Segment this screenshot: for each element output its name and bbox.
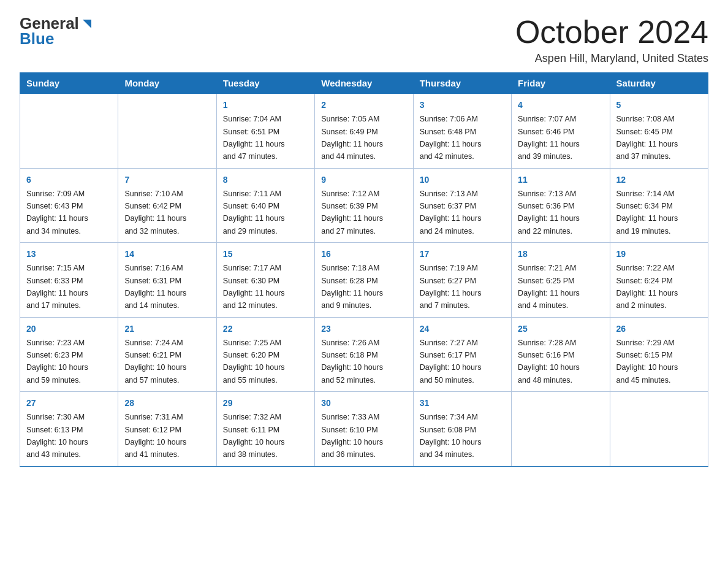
day-number: 28 bbox=[124, 397, 210, 410]
day-info: Sunrise: 7:32 AM Sunset: 6:11 PM Dayligh… bbox=[223, 413, 285, 459]
day-number: 23 bbox=[321, 323, 406, 335]
day-number: 3 bbox=[420, 99, 505, 112]
calendar-header-sunday: Sunday bbox=[20, 73, 118, 94]
calendar-cell: 12Sunrise: 7:14 AM Sunset: 6:34 PM Dayli… bbox=[610, 168, 708, 243]
day-info: Sunrise: 7:07 AM Sunset: 6:46 PM Dayligh… bbox=[518, 115, 580, 161]
day-info: Sunrise: 7:13 AM Sunset: 6:36 PM Dayligh… bbox=[518, 190, 580, 236]
calendar-cell bbox=[20, 94, 118, 169]
day-number: 12 bbox=[616, 174, 702, 186]
day-number: 4 bbox=[518, 99, 603, 112]
day-number: 10 bbox=[420, 174, 505, 186]
calendar-cell: 24Sunrise: 7:27 AM Sunset: 6:17 PM Dayli… bbox=[413, 317, 511, 392]
day-number: 11 bbox=[518, 174, 603, 186]
day-number: 2 bbox=[321, 99, 406, 112]
calendar-week-row: 6Sunrise: 7:09 AM Sunset: 6:43 PM Daylig… bbox=[20, 168, 708, 243]
calendar-cell: 20Sunrise: 7:23 AM Sunset: 6:23 PM Dayli… bbox=[20, 317, 118, 392]
calendar-cell bbox=[512, 392, 610, 467]
day-info: Sunrise: 7:16 AM Sunset: 6:31 PM Dayligh… bbox=[124, 264, 186, 310]
calendar-cell: 28Sunrise: 7:31 AM Sunset: 6:12 PM Dayli… bbox=[118, 392, 216, 467]
calendar-cell: 29Sunrise: 7:32 AM Sunset: 6:11 PM Dayli… bbox=[216, 392, 314, 467]
calendar-cell: 31Sunrise: 7:34 AM Sunset: 6:08 PM Dayli… bbox=[413, 392, 511, 467]
calendar-cell: 11Sunrise: 7:13 AM Sunset: 6:36 PM Dayli… bbox=[512, 168, 610, 243]
day-info: Sunrise: 7:05 AM Sunset: 6:49 PM Dayligh… bbox=[321, 115, 383, 161]
calendar-header-saturday: Saturday bbox=[610, 73, 708, 94]
calendar-week-row: 1Sunrise: 7:04 AM Sunset: 6:51 PM Daylig… bbox=[20, 94, 708, 169]
calendar-cell: 10Sunrise: 7:13 AM Sunset: 6:37 PM Dayli… bbox=[413, 168, 511, 243]
day-number: 26 bbox=[616, 323, 702, 335]
day-info: Sunrise: 7:22 AM Sunset: 6:24 PM Dayligh… bbox=[616, 264, 678, 310]
day-number: 30 bbox=[321, 397, 406, 410]
calendar-cell: 2Sunrise: 7:05 AM Sunset: 6:49 PM Daylig… bbox=[315, 94, 413, 169]
calendar-cell: 19Sunrise: 7:22 AM Sunset: 6:24 PM Dayli… bbox=[610, 243, 708, 318]
day-info: Sunrise: 7:30 AM Sunset: 6:13 PM Dayligh… bbox=[26, 413, 88, 459]
calendar-cell: 1Sunrise: 7:04 AM Sunset: 6:51 PM Daylig… bbox=[216, 94, 314, 169]
day-number: 29 bbox=[223, 397, 308, 410]
calendar-cell: 18Sunrise: 7:21 AM Sunset: 6:25 PM Dayli… bbox=[512, 243, 610, 318]
calendar-cell: 17Sunrise: 7:19 AM Sunset: 6:27 PM Dayli… bbox=[413, 243, 511, 318]
day-info: Sunrise: 7:21 AM Sunset: 6:25 PM Dayligh… bbox=[518, 264, 580, 310]
day-info: Sunrise: 7:27 AM Sunset: 6:17 PM Dayligh… bbox=[420, 339, 482, 385]
logo: General Blue bbox=[20, 15, 94, 47]
calendar-cell: 23Sunrise: 7:26 AM Sunset: 6:18 PM Dayli… bbox=[315, 317, 413, 392]
day-number: 14 bbox=[124, 248, 210, 261]
calendar-header-friday: Friday bbox=[512, 73, 610, 94]
day-info: Sunrise: 7:23 AM Sunset: 6:23 PM Dayligh… bbox=[26, 339, 88, 385]
day-info: Sunrise: 7:14 AM Sunset: 6:34 PM Dayligh… bbox=[616, 190, 678, 236]
calendar-cell bbox=[118, 94, 216, 169]
calendar-cell: 27Sunrise: 7:30 AM Sunset: 6:13 PM Dayli… bbox=[20, 392, 118, 467]
calendar-cell: 26Sunrise: 7:29 AM Sunset: 6:15 PM Dayli… bbox=[610, 317, 708, 392]
day-number: 7 bbox=[124, 174, 210, 186]
day-info: Sunrise: 7:08 AM Sunset: 6:45 PM Dayligh… bbox=[616, 115, 678, 161]
page-header: General Blue October 2024 Aspen Hill, Ma… bbox=[20, 15, 708, 65]
day-number: 17 bbox=[420, 248, 505, 261]
day-info: Sunrise: 7:31 AM Sunset: 6:12 PM Dayligh… bbox=[124, 413, 186, 459]
day-info: Sunrise: 7:25 AM Sunset: 6:20 PM Dayligh… bbox=[223, 339, 285, 385]
day-number: 6 bbox=[26, 174, 112, 186]
day-number: 15 bbox=[223, 248, 308, 261]
day-info: Sunrise: 7:17 AM Sunset: 6:30 PM Dayligh… bbox=[223, 264, 285, 310]
svg-marker-0 bbox=[83, 20, 91, 28]
calendar-week-row: 27Sunrise: 7:30 AM Sunset: 6:13 PM Dayli… bbox=[20, 392, 708, 467]
day-info: Sunrise: 7:12 AM Sunset: 6:39 PM Dayligh… bbox=[321, 190, 383, 236]
calendar-cell: 25Sunrise: 7:28 AM Sunset: 6:16 PM Dayli… bbox=[512, 317, 610, 392]
day-info: Sunrise: 7:28 AM Sunset: 6:16 PM Dayligh… bbox=[518, 339, 580, 385]
calendar-cell: 16Sunrise: 7:18 AM Sunset: 6:28 PM Dayli… bbox=[315, 243, 413, 318]
calendar-cell bbox=[610, 392, 708, 467]
day-info: Sunrise: 7:09 AM Sunset: 6:43 PM Dayligh… bbox=[26, 190, 88, 236]
day-number: 5 bbox=[616, 99, 702, 112]
day-info: Sunrise: 7:18 AM Sunset: 6:28 PM Dayligh… bbox=[321, 264, 383, 310]
calendar-cell: 21Sunrise: 7:24 AM Sunset: 6:21 PM Dayli… bbox=[118, 317, 216, 392]
calendar-header-wednesday: Wednesday bbox=[315, 73, 413, 94]
calendar-table: SundayMondayTuesdayWednesdayThursdayFrid… bbox=[20, 72, 708, 467]
calendar-cell: 4Sunrise: 7:07 AM Sunset: 6:46 PM Daylig… bbox=[512, 94, 610, 169]
day-number: 16 bbox=[321, 248, 406, 261]
calendar-cell: 8Sunrise: 7:11 AM Sunset: 6:40 PM Daylig… bbox=[216, 168, 314, 243]
day-info: Sunrise: 7:11 AM Sunset: 6:40 PM Dayligh… bbox=[223, 190, 285, 236]
calendar-cell: 14Sunrise: 7:16 AM Sunset: 6:31 PM Dayli… bbox=[118, 243, 216, 318]
day-number: 31 bbox=[420, 397, 505, 410]
day-info: Sunrise: 7:10 AM Sunset: 6:42 PM Dayligh… bbox=[124, 190, 186, 236]
title-block: October 2024 Aspen Hill, Maryland, Unite… bbox=[515, 15, 708, 65]
calendar-cell: 3Sunrise: 7:06 AM Sunset: 6:48 PM Daylig… bbox=[413, 94, 511, 169]
calendar-cell: 5Sunrise: 7:08 AM Sunset: 6:45 PM Daylig… bbox=[610, 94, 708, 169]
calendar-cell: 6Sunrise: 7:09 AM Sunset: 6:43 PM Daylig… bbox=[20, 168, 118, 243]
day-number: 21 bbox=[124, 323, 210, 335]
day-number: 13 bbox=[26, 248, 112, 261]
calendar-cell: 30Sunrise: 7:33 AM Sunset: 6:10 PM Dayli… bbox=[315, 392, 413, 467]
calendar-header-monday: Monday bbox=[118, 73, 216, 94]
calendar-cell: 13Sunrise: 7:15 AM Sunset: 6:33 PM Dayli… bbox=[20, 243, 118, 318]
calendar-cell: 9Sunrise: 7:12 AM Sunset: 6:39 PM Daylig… bbox=[315, 168, 413, 243]
logo-blue-text: Blue bbox=[20, 30, 54, 48]
day-info: Sunrise: 7:24 AM Sunset: 6:21 PM Dayligh… bbox=[124, 339, 186, 385]
logo-triangle-icon bbox=[80, 17, 94, 31]
day-number: 24 bbox=[420, 323, 505, 335]
day-info: Sunrise: 7:33 AM Sunset: 6:10 PM Dayligh… bbox=[321, 413, 383, 459]
month-title: October 2024 bbox=[515, 15, 708, 50]
calendar-week-row: 13Sunrise: 7:15 AM Sunset: 6:33 PM Dayli… bbox=[20, 243, 708, 318]
day-info: Sunrise: 7:04 AM Sunset: 6:51 PM Dayligh… bbox=[223, 115, 285, 161]
day-info: Sunrise: 7:06 AM Sunset: 6:48 PM Dayligh… bbox=[420, 115, 482, 161]
calendar-cell: 7Sunrise: 7:10 AM Sunset: 6:42 PM Daylig… bbox=[118, 168, 216, 243]
day-info: Sunrise: 7:26 AM Sunset: 6:18 PM Dayligh… bbox=[321, 339, 383, 385]
calendar-cell: 15Sunrise: 7:17 AM Sunset: 6:30 PM Dayli… bbox=[216, 243, 314, 318]
calendar-header-tuesday: Tuesday bbox=[216, 73, 314, 94]
